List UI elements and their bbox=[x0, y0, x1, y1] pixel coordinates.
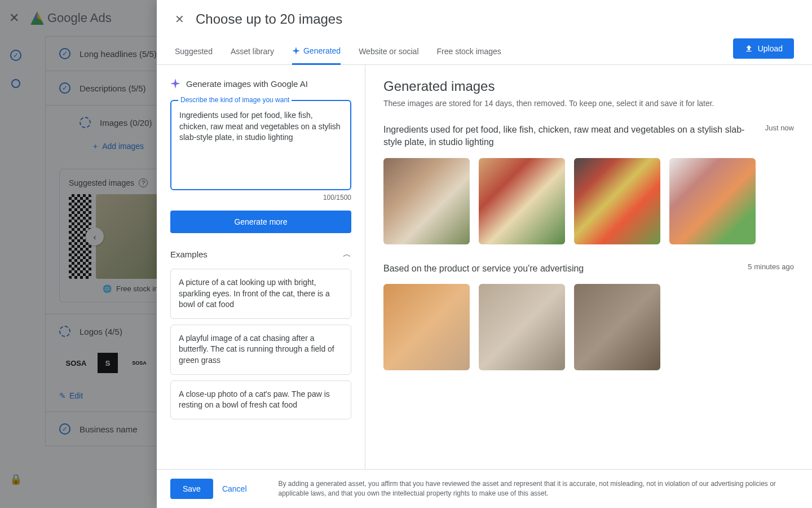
modal-footer: Save Cancel By adding a generated asset,… bbox=[157, 469, 812, 508]
prompt-field[interactable]: Describe the kind of image you want bbox=[170, 100, 351, 190]
char-count: 100/1500 bbox=[170, 194, 351, 202]
sparkle-icon bbox=[292, 47, 300, 55]
examples-toggle[interactable]: Examples ︿ bbox=[170, 249, 351, 260]
examples-label: Examples bbox=[170, 249, 208, 259]
generate-more-button[interactable]: Generate more bbox=[170, 211, 351, 233]
gen-heading: Generate images with Google AI bbox=[186, 79, 308, 89]
prompt-panel: Generate images with Google AI Describe … bbox=[157, 65, 365, 469]
generated-image[interactable] bbox=[383, 284, 470, 370]
generated-image[interactable] bbox=[669, 158, 756, 244]
group-title: Based on the product or service you're a… bbox=[383, 262, 734, 275]
generated-image[interactable] bbox=[574, 284, 660, 370]
tab-free-stock[interactable]: Free stock images bbox=[437, 39, 501, 64]
tab-label: Generated bbox=[303, 46, 341, 55]
tab-website[interactable]: Website or social bbox=[359, 39, 418, 64]
upload-label: Upload bbox=[758, 44, 783, 53]
example-card[interactable]: A playful image of a cat chasing after a… bbox=[170, 325, 351, 375]
prompt-textarea[interactable] bbox=[179, 110, 342, 178]
tab-suggested[interactable]: Suggested bbox=[175, 39, 213, 64]
group-time: 5 minutes ago bbox=[748, 262, 794, 271]
sparkle-icon bbox=[170, 78, 180, 89]
generated-image[interactable] bbox=[479, 284, 565, 370]
results-panel: Generated images These images are stored… bbox=[365, 65, 812, 469]
group-title: Ingredients used for pet food, like fish… bbox=[383, 124, 752, 149]
chevron-up-icon: ︿ bbox=[343, 249, 351, 260]
generated-image[interactable] bbox=[383, 158, 470, 244]
close-icon[interactable]: ✕ bbox=[175, 12, 184, 26]
disclaimer: By adding a generated asset, you affirm … bbox=[279, 479, 798, 498]
tab-generated[interactable]: Generated bbox=[292, 38, 341, 65]
generated-image[interactable] bbox=[574, 158, 660, 244]
image-picker-modal: ✕ Choose up to 20 images Suggested Asset… bbox=[157, 0, 812, 508]
results-sub: These images are stored for 14 days, the… bbox=[383, 99, 794, 108]
generated-image[interactable] bbox=[479, 158, 565, 244]
tabs: Suggested Asset library Generated Websit… bbox=[157, 38, 812, 65]
prompt-label: Describe the kind of image you want bbox=[178, 96, 292, 104]
upload-icon bbox=[744, 44, 753, 53]
cancel-button[interactable]: Cancel bbox=[222, 484, 247, 493]
modal-title: Choose up to 20 images bbox=[196, 11, 342, 27]
group-time: Just now bbox=[765, 124, 794, 132]
example-card[interactable]: A picture of a cat looking up with brigh… bbox=[170, 269, 351, 319]
upload-button[interactable]: Upload bbox=[733, 38, 794, 59]
example-card[interactable]: A close-up photo of a cat's paw. The paw… bbox=[170, 380, 351, 419]
results-heading: Generated images bbox=[383, 78, 794, 94]
tab-asset-library[interactable]: Asset library bbox=[231, 39, 274, 64]
save-button[interactable]: Save bbox=[170, 479, 213, 499]
